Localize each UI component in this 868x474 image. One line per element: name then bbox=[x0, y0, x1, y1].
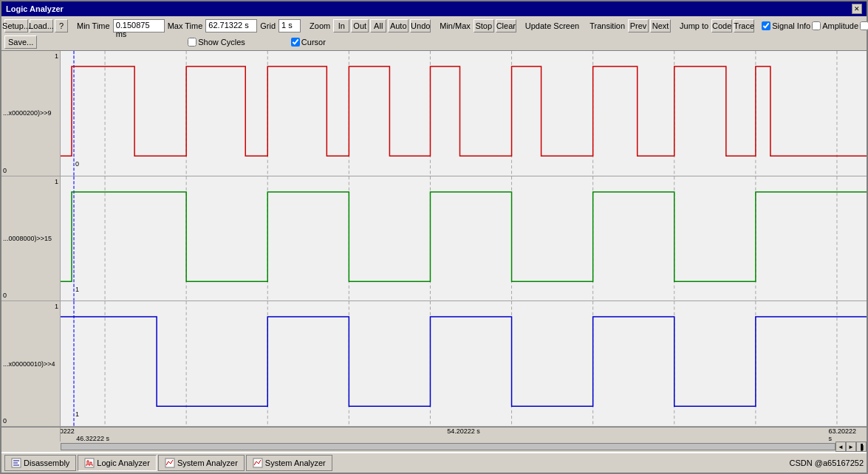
zoom-label: Zoom bbox=[308, 21, 332, 30]
signal-area: 1 ...x0000200)>>9 0 bbox=[1, 51, 867, 427]
taskbar-logic-analyzer[interactable]: Logic Analyzer bbox=[78, 455, 157, 471]
main-content: 1 ...x0000200)>>9 0 bbox=[1, 51, 867, 427]
signal-info-check[interactable]: Signal Info bbox=[762, 21, 810, 30]
save-button[interactable]: Save... bbox=[4, 35, 37, 49]
scrollbar-track[interactable] bbox=[61, 443, 835, 450]
cursor-label: Cursor bbox=[301, 38, 326, 47]
scrollbar-area: ◄ ► ▐| bbox=[1, 442, 867, 452]
svg-text:1: 1 bbox=[75, 411, 79, 418]
taskbar-sys2-label: System Analyzer bbox=[265, 458, 326, 467]
taskbar-disassembly[interactable]: Disassembly bbox=[4, 455, 76, 471]
time-tick-3: 63.20222 s bbox=[828, 427, 856, 442]
taskbar-sys1-label: System Analyzer bbox=[177, 458, 238, 467]
signal-info-label: Signal Info bbox=[772, 21, 810, 30]
taskbar: Disassembly Logic Analyzer System Analyz… bbox=[1, 452, 867, 473]
sig3-val1: 1 bbox=[55, 303, 58, 310]
sig2-canvas[interactable]: 1 bbox=[61, 176, 867, 301]
time-axis-label-area bbox=[1, 427, 61, 442]
user-label: CSDN @a65167252 bbox=[790, 458, 864, 467]
minmax-label: Min/Max bbox=[438, 21, 472, 30]
minmax-stop-button[interactable]: Stop bbox=[474, 19, 494, 32]
jumpto-label: Jump to bbox=[678, 21, 710, 30]
sig3-svg: 1 bbox=[61, 301, 867, 426]
sig3-canvas[interactable]: 1 bbox=[61, 301, 867, 426]
sig1-canvas[interactable]: 0 bbox=[61, 51, 867, 176]
taskbar-sys1[interactable]: System Analyzer bbox=[158, 455, 245, 471]
grid-label: Grid bbox=[259, 21, 277, 30]
load-button[interactable]: Load... bbox=[30, 19, 53, 32]
timestamps-check[interactable]: Timestamps Enabl bbox=[860, 21, 868, 30]
sig2-label: ...0008000)>>15 bbox=[3, 235, 58, 242]
prev-button[interactable]: Prev bbox=[628, 19, 649, 32]
zoom-auto-button[interactable]: Auto bbox=[388, 19, 409, 32]
sig1-val0: 0 bbox=[3, 167, 58, 174]
svg-text:1: 1 bbox=[75, 285, 79, 292]
disasm-icon bbox=[11, 458, 21, 468]
scroll-left-btn[interactable]: ◄ bbox=[835, 442, 846, 452]
min-time-label: Min Time bbox=[75, 21, 112, 30]
svg-text:0: 0 bbox=[75, 160, 79, 168]
code-button[interactable]: Code bbox=[711, 19, 732, 32]
setup-button[interactable]: Setup... bbox=[4, 19, 28, 32]
signal-row-3: 1 ...x00000010)>>4 0 bbox=[1, 301, 867, 427]
window-title: Logic Analyzer bbox=[6, 4, 64, 13]
time-tick-0: 46.20222 bbox=[61, 427, 75, 435]
signal-label-2: 1 ...0008000)>>15 0 bbox=[1, 176, 61, 301]
sys1-icon bbox=[165, 458, 175, 468]
sig2-svg: 1 bbox=[61, 176, 867, 301]
scrollbar-btns: ◄ ► ▐| bbox=[835, 442, 867, 452]
amplitude-label: Amplitude bbox=[822, 21, 858, 30]
zoom-all-button[interactable]: All bbox=[370, 19, 386, 32]
sig1-label: ...x0000200)>>9 bbox=[3, 109, 58, 117]
sig3-val0: 0 bbox=[3, 417, 58, 425]
logic-analyzer-window: Logic Analyzer ✕ Setup... Load... ? Min … bbox=[0, 0, 868, 474]
taskbar-disassembly-label: Disassembly bbox=[24, 458, 69, 467]
title-bar: Logic Analyzer ✕ bbox=[1, 1, 867, 16]
help-button[interactable]: ? bbox=[55, 19, 68, 32]
transition-label: Transition bbox=[588, 21, 626, 30]
signal-label-3: 1 ...x00000010)>>4 0 bbox=[1, 301, 61, 426]
close-button[interactable]: ✕ bbox=[852, 4, 862, 14]
show-cycles-check[interactable]: Show Cycles bbox=[188, 38, 245, 47]
sig3-label: ...x00000010)>>4 bbox=[3, 360, 58, 368]
amplitude-check[interactable]: Amplitude bbox=[812, 21, 858, 30]
scroll-end-btn[interactable]: ▐| bbox=[856, 442, 867, 452]
sig2-val1: 1 bbox=[55, 178, 58, 185]
show-cycles-label: Show Cycles bbox=[198, 38, 245, 47]
time-tick-1: 46.32222 s bbox=[76, 435, 109, 442]
trace-button[interactable]: Trace bbox=[734, 19, 754, 32]
sig2-val0: 0 bbox=[3, 292, 58, 299]
signal-row-2: 1 ...0008000)>>15 0 bbox=[1, 176, 867, 302]
sig1-svg: 0 bbox=[61, 51, 867, 176]
zoom-in-button[interactable]: In bbox=[333, 19, 349, 32]
taskbar-logic-label: Logic Analyzer bbox=[97, 458, 150, 467]
min-time-value: 0.150875 ms bbox=[113, 19, 165, 32]
sig1-val1: 1 bbox=[55, 52, 58, 60]
zoom-out-button[interactable]: Out bbox=[351, 19, 369, 32]
grid-value: 1 s bbox=[278, 19, 301, 32]
minmax-clear-button[interactable]: Clear bbox=[496, 19, 516, 32]
time-axis-ticks: 46.20222 46.32222 s 54.20222 s 63.20222 … bbox=[61, 427, 867, 442]
logic-icon bbox=[84, 458, 95, 468]
toolbar-row-1: Setup... Load... ? Min Time 0.150875 ms … bbox=[4, 18, 864, 34]
scroll-right-btn[interactable]: ► bbox=[846, 442, 856, 452]
taskbar-user: CSDN @a65167252 bbox=[790, 458, 864, 467]
sys2-icon bbox=[253, 458, 263, 468]
signal-label-1: 1 ...x0000200)>>9 0 bbox=[1, 51, 61, 176]
time-tick-2: 54.20222 s bbox=[447, 427, 480, 435]
taskbar-sys2[interactable]: System Analyzer bbox=[246, 455, 332, 471]
time-axis: 46.20222 46.32222 s 54.20222 s 63.20222 … bbox=[1, 427, 867, 442]
toolbar-row-2: Save... Show Cycles Cursor bbox=[4, 35, 864, 49]
svg-rect-40 bbox=[85, 458, 94, 467]
toolbar: Setup... Load... ? Min Time 0.150875 ms … bbox=[1, 16, 867, 51]
max-time-value: 62.71322 s bbox=[205, 19, 257, 32]
update-label: Update Screen bbox=[524, 21, 581, 30]
zoom-undo-button[interactable]: Undo bbox=[410, 19, 431, 32]
next-button[interactable]: Next bbox=[650, 19, 671, 32]
signal-row-1: 1 ...x0000200)>>9 0 bbox=[1, 51, 867, 176]
max-time-label: Max Time bbox=[166, 21, 205, 30]
cursor-check[interactable]: Cursor bbox=[291, 38, 326, 47]
